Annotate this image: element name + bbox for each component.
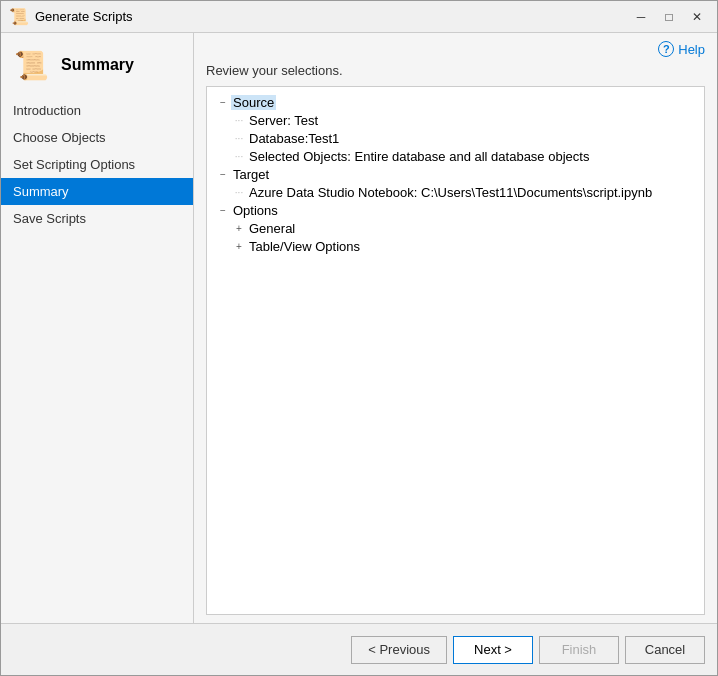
expander-target[interactable]: − <box>215 166 231 182</box>
tree-label-options: Options <box>231 203 280 218</box>
sidebar: 📜 Summary Introduction Choose Objects Se… <box>1 33 194 623</box>
footer: < Previous Next > Finish Cancel <box>1 623 717 675</box>
tree-label-azure-notebook: Azure Data Studio Notebook: C:\Users\Tes… <box>247 185 654 200</box>
window-title: Generate Scripts <box>35 9 629 24</box>
sidebar-item-choose-objects[interactable]: Choose Objects <box>1 124 193 151</box>
tree-node-selected-objects: ··· Selected Objects: Entire database an… <box>211 147 700 165</box>
sidebar-title: Summary <box>61 56 134 74</box>
window-icon: 📜 <box>9 7 29 27</box>
tree-label-general: General <box>247 221 297 236</box>
main-header: ? Help <box>206 41 705 57</box>
tree-node-server: ··· Server: Test <box>211 111 700 129</box>
tree-label-selected-objects: Selected Objects: Entire database and al… <box>247 149 591 164</box>
review-text: Review your selections. <box>206 63 705 78</box>
tree-node-source: − Source <box>211 93 700 111</box>
tree-node-azure-notebook: ··· Azure Data Studio Notebook: C:\Users… <box>211 183 700 201</box>
tree-node-options: − Options <box>211 201 700 219</box>
cancel-button[interactable]: Cancel <box>625 636 705 664</box>
tree-panel[interactable]: − Source ··· Server: Test ··· Database:T… <box>206 86 705 615</box>
help-link[interactable]: ? Help <box>658 41 705 57</box>
sidebar-header: 📜 Summary <box>1 33 193 93</box>
title-bar-controls: ─ □ ✕ <box>629 7 709 27</box>
sidebar-item-introduction[interactable]: Introduction <box>1 97 193 124</box>
expander-server: ··· <box>231 112 247 128</box>
tree-label-database: Database:Test1 <box>247 131 341 146</box>
title-bar: 📜 Generate Scripts ─ □ ✕ <box>1 1 717 33</box>
help-label: Help <box>678 42 705 57</box>
help-icon: ? <box>658 41 674 57</box>
close-button[interactable]: ✕ <box>685 7 709 27</box>
expander-options[interactable]: − <box>215 202 231 218</box>
expander-general[interactable]: + <box>231 220 247 236</box>
sidebar-item-set-scripting-options[interactable]: Set Scripting Options <box>1 151 193 178</box>
finish-button[interactable]: Finish <box>539 636 619 664</box>
tree-node-table-view-options: + Table/View Options <box>211 237 700 255</box>
sidebar-item-summary[interactable]: Summary <box>1 178 193 205</box>
sidebar-item-save-scripts[interactable]: Save Scripts <box>1 205 193 232</box>
expander-azure-notebook: ··· <box>231 184 247 200</box>
tree-node-target: − Target <box>211 165 700 183</box>
window: 📜 Generate Scripts ─ □ ✕ 📜 Summary Intro… <box>0 0 718 676</box>
sidebar-nav: Introduction Choose Objects Set Scriptin… <box>1 97 193 232</box>
tree-label-server: Server: Test <box>247 113 320 128</box>
expander-database: ··· <box>231 130 247 146</box>
expander-source[interactable]: − <box>215 94 231 110</box>
maximize-button[interactable]: □ <box>657 7 681 27</box>
tree-label-target: Target <box>231 167 271 182</box>
previous-button[interactable]: < Previous <box>351 636 447 664</box>
sidebar-icon: 📜 <box>11 45 51 85</box>
minimize-button[interactable]: ─ <box>629 7 653 27</box>
tree-node-database: ··· Database:Test1 <box>211 129 700 147</box>
expander-table-view-options[interactable]: + <box>231 238 247 254</box>
tree-node-general: + General <box>211 219 700 237</box>
next-button[interactable]: Next > <box>453 636 533 664</box>
tree-label-table-view-options: Table/View Options <box>247 239 362 254</box>
content-area: 📜 Summary Introduction Choose Objects Se… <box>1 33 717 623</box>
expander-selected-objects: ··· <box>231 148 247 164</box>
main-panel: ? Help Review your selections. − Source … <box>194 33 717 623</box>
tree-label-source: Source <box>231 95 276 110</box>
